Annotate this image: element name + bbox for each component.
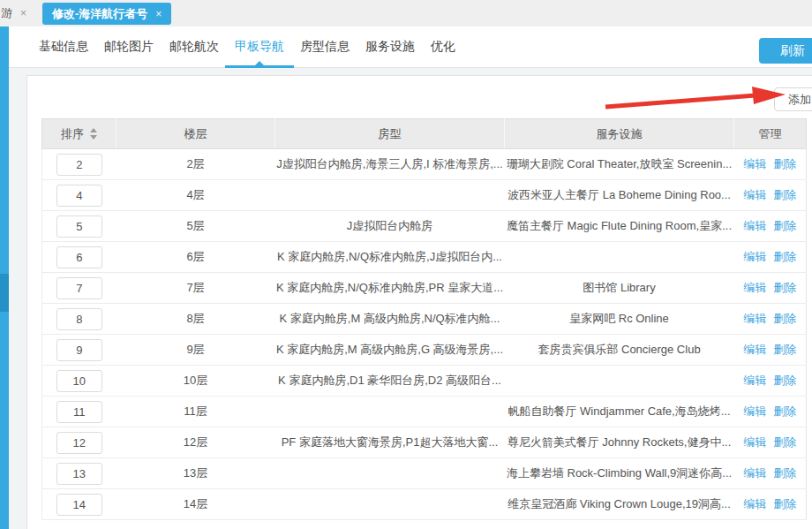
table-row: 6层 K 家庭内舱房,N/Q标准内舱房,J虚拟阳台内... 编辑删除 bbox=[42, 242, 807, 273]
detail-tab-房型信息[interactable]: 房型信息 bbox=[292, 26, 357, 67]
detail-tab-甲板导航[interactable]: 甲板导航 bbox=[227, 26, 292, 67]
window-tab-strip: 游 × 修改-海洋航行者号 × bbox=[0, 0, 812, 26]
delete-link[interactable]: 删除 bbox=[773, 219, 796, 232]
sort-order-input[interactable] bbox=[56, 463, 102, 485]
facility-cell: 海上攀岩墙 Rock-Climbing Wall,9洞迷你高... bbox=[505, 458, 734, 489]
room-type-cell: J虚拟阳台内舱房 bbox=[275, 211, 505, 242]
facility-cell bbox=[505, 366, 734, 397]
sidebar-collapsed[interactable] bbox=[0, 26, 9, 529]
edit-link[interactable]: 编辑 bbox=[743, 343, 766, 356]
facility-cell: 帆船自助餐厅 Windjammer Cafe,海岛烧烤... bbox=[505, 397, 734, 427]
header-facility: 服务设施 bbox=[505, 119, 734, 149]
sort-order-input[interactable] bbox=[56, 308, 102, 330]
window-tab-background[interactable]: 游 × bbox=[1, 0, 26, 26]
delete-link[interactable]: 删除 bbox=[773, 281, 796, 294]
detail-tab-基础信息[interactable]: 基础信息 bbox=[31, 26, 96, 67]
edit-link[interactable]: 编辑 bbox=[743, 466, 766, 480]
sort-icon[interactable] bbox=[90, 128, 97, 140]
detail-tab-优化[interactable]: 优化 bbox=[423, 26, 463, 67]
sort-order-input[interactable] bbox=[56, 432, 102, 454]
sort-order-input[interactable] bbox=[56, 401, 102, 423]
floor-cell: 13层 bbox=[117, 458, 275, 489]
edit-link[interactable]: 编辑 bbox=[743, 250, 766, 263]
table-row: 4层 波西米亚人主餐厅 La Boheme Dining Roo... 编辑删除 bbox=[42, 180, 807, 211]
room-type-cell: K 家庭内舱房,N/Q标准内舱房,J虚拟阳台内... bbox=[275, 242, 505, 273]
facility-cell: 波西米亚人主餐厅 La Boheme Dining Roo... bbox=[505, 180, 734, 211]
delete-link[interactable]: 删除 bbox=[773, 312, 796, 325]
close-icon[interactable]: × bbox=[155, 8, 162, 20]
floor-cell: 7层 bbox=[117, 273, 275, 304]
facility-cell: 尊尼火箭美式餐厅 Johnny Rockets,健身中... bbox=[505, 427, 734, 458]
edit-link[interactable]: 编辑 bbox=[743, 374, 766, 387]
delete-link[interactable]: 删除 bbox=[773, 374, 796, 387]
edit-link[interactable]: 编辑 bbox=[743, 404, 766, 418]
sort-order-input[interactable] bbox=[56, 154, 102, 176]
floor-cell: 8层 bbox=[117, 304, 275, 335]
floor-cell: 5层 bbox=[117, 211, 275, 242]
window-tab-label: 游 bbox=[1, 5, 12, 21]
edit-link[interactable]: 编辑 bbox=[743, 312, 766, 325]
room-type-cell: K 家庭内舱房,M 高级内舱房,G 高级海景房,... bbox=[275, 335, 505, 366]
detail-tab-邮轮图片[interactable]: 邮轮图片 bbox=[96, 26, 162, 67]
sort-order-input[interactable] bbox=[56, 370, 102, 392]
edit-link[interactable]: 编辑 bbox=[743, 157, 766, 170]
floor-cell: 9层 bbox=[117, 335, 275, 366]
edit-link[interactable]: 编辑 bbox=[743, 281, 766, 294]
sort-order-input[interactable] bbox=[56, 246, 102, 268]
facility-cell: 皇家网吧 Rc Online bbox=[505, 304, 734, 335]
table-row: 8层 K 家庭内舱房,M 高级内舱房,N/Q标准内舱... 皇家网吧 Rc On… bbox=[42, 304, 807, 335]
delete-link[interactable]: 删除 bbox=[773, 188, 796, 201]
floor-cell: 14层 bbox=[117, 489, 275, 520]
header-sort[interactable]: 排序 bbox=[42, 119, 117, 149]
facility-cell bbox=[505, 242, 734, 273]
window-tab-active[interactable]: 修改-海洋航行者号 × bbox=[42, 3, 171, 25]
room-type-cell: PF 家庭落地大窗海景房,P1超大落地大窗... bbox=[275, 427, 505, 458]
sort-order-input[interactable] bbox=[56, 185, 102, 207]
facility-cell: 套房贵宾俱乐部 Concierge Club bbox=[505, 335, 734, 366]
header-manage: 管理 bbox=[734, 119, 807, 149]
facility-cell: 图书馆 Library bbox=[505, 273, 734, 304]
delete-link[interactable]: 删除 bbox=[773, 404, 796, 418]
edit-link[interactable]: 编辑 bbox=[743, 219, 766, 232]
edit-link[interactable]: 编辑 bbox=[743, 188, 766, 201]
floor-cell: 12层 bbox=[117, 427, 275, 458]
sort-order-input[interactable] bbox=[56, 215, 102, 238]
table-row: 12层 PF 家庭落地大窗海景房,P1超大落地大窗... 尊尼火箭美式餐厅 Jo… bbox=[42, 427, 807, 458]
facility-cell: 维京皇冠酒廊 Viking Crown Louge,19洞高... bbox=[505, 489, 734, 520]
detail-tab-邮轮航次[interactable]: 邮轮航次 bbox=[162, 26, 227, 67]
detail-tabs: 基础信息邮轮图片邮轮航次甲板导航房型信息服务设施优化 bbox=[31, 26, 463, 67]
edit-link[interactable]: 编辑 bbox=[743, 497, 766, 510]
close-icon[interactable]: × bbox=[20, 7, 26, 19]
detail-tab-bar: 基础信息邮轮图片邮轮航次甲板导航房型信息服务设施优化 刷新 bbox=[9, 26, 812, 68]
table-row: 10层 K 家庭内舱房,D1 豪华阳台房,D2 高级阳台... 编辑删除 bbox=[42, 366, 807, 397]
refresh-button[interactable]: 刷新 bbox=[759, 38, 812, 64]
sort-order-input[interactable] bbox=[56, 494, 102, 516]
header-sort-label: 排序 bbox=[61, 126, 84, 142]
floor-cell: 4层 bbox=[117, 180, 275, 211]
content-area: 添加 排序 楼层 房型 服务设施 管理 bbox=[9, 68, 812, 529]
delete-link[interactable]: 删除 bbox=[773, 435, 796, 449]
delete-link[interactable]: 删除 bbox=[773, 466, 796, 480]
delete-link[interactable]: 删除 bbox=[773, 157, 796, 170]
header-room-type: 房型 bbox=[275, 119, 505, 149]
room-type-cell bbox=[275, 458, 505, 489]
room-type-cell bbox=[275, 489, 505, 520]
table-row: 14层 维京皇冠酒廊 Viking Crown Louge,19洞高... 编辑… bbox=[42, 489, 807, 520]
sidebar-active-item[interactable] bbox=[0, 274, 9, 312]
table-row: 11层 帆船自助餐厅 Windjammer Cafe,海岛烧烤... 编辑删除 bbox=[42, 397, 807, 427]
detail-tab-服务设施[interactable]: 服务设施 bbox=[357, 26, 423, 67]
header-floor: 楼层 bbox=[117, 119, 275, 149]
add-button[interactable]: 添加 bbox=[774, 87, 812, 111]
deck-table: 排序 楼层 房型 服务设施 管理 2层 J虚拟阳台内舱房,海景三人房,I 标准海… bbox=[41, 118, 807, 520]
deck-nav-panel: 添加 排序 楼层 房型 服务设施 管理 bbox=[26, 75, 812, 529]
sort-order-input[interactable] bbox=[56, 277, 102, 299]
edit-link[interactable]: 编辑 bbox=[743, 435, 766, 449]
delete-link[interactable]: 删除 bbox=[773, 497, 796, 510]
room-type-cell: K 家庭内舱房,D1 豪华阳台房,D2 高级阳台... bbox=[275, 366, 505, 397]
sort-order-input[interactable] bbox=[56, 339, 102, 361]
delete-link[interactable]: 删除 bbox=[773, 343, 796, 356]
delete-link[interactable]: 删除 bbox=[773, 250, 796, 263]
room-type-cell: K 家庭内舱房,M 高级内舱房,N/Q标准内舱... bbox=[275, 304, 505, 335]
table-header-row: 排序 楼层 房型 服务设施 管理 bbox=[42, 119, 807, 149]
floor-cell: 11层 bbox=[117, 397, 275, 427]
